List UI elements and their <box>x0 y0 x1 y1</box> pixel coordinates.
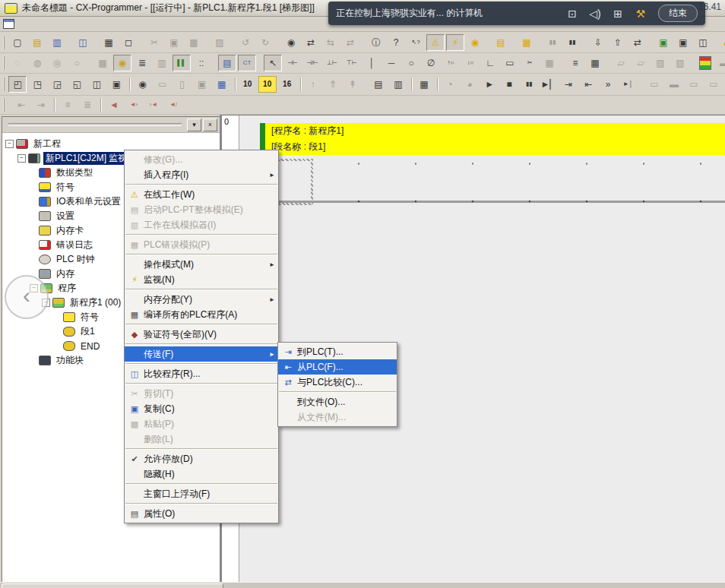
new-contact-button[interactable]: ⊣⊢ <box>283 55 302 71</box>
monitor-window-button[interactable]: ▬ <box>720 34 725 51</box>
ctx-start-plc-pt-simulation[interactable]: ▤ 启动PLC-PT整体模拟(E) <box>125 202 278 217</box>
menu-window[interactable] <box>115 23 127 26</box>
ctx-hide[interactable]: 隐藏(H) <box>125 466 278 482</box>
zoom-out-button[interactable]: ◍ <box>28 55 46 71</box>
horizontal-scrollbar[interactable] <box>0 582 725 588</box>
sidebar-collapse-handle[interactable]: ‹ <box>5 275 49 319</box>
watch-2-button[interactable]: ▱ <box>632 55 650 71</box>
new-vertical-button[interactable]: │ <box>362 55 381 71</box>
sim-step-out-button[interactable]: ⇤ <box>579 76 597 93</box>
simulator-transfer-button[interactable]: ▥ <box>389 76 407 93</box>
show-rungs-as-ladder-button[interactable]: ▌▌ <box>173 55 191 71</box>
help-button[interactable]: ? <box>387 34 405 51</box>
upload-from-plc-button[interactable]: ⇧ <box>609 34 627 51</box>
show-data-trace-button[interactable]: ▤ <box>218 55 236 71</box>
show-io-comment-button[interactable]: CT <box>238 55 256 71</box>
find-button[interactable]: ◉ <box>282 34 300 51</box>
ctx-compile-all-plc-programs[interactable]: ▦ 编译所有的PLC程序(A) <box>125 307 278 322</box>
submenu-to-plc[interactable]: ⇥ 到PLC(T)... <box>278 344 397 359</box>
pause-1-button[interactable]: ▮▮ <box>543 34 562 51</box>
monitor-hex-button[interactable]: 16 <box>278 76 296 93</box>
tree-expander[interactable]: − <box>5 140 14 148</box>
compare-with-plc-toolbar-button[interactable]: ⇄ <box>628 34 647 51</box>
menu-tools[interactable] <box>103 23 115 26</box>
sim-step-run-button[interactable]: ►▏ <box>540 76 558 93</box>
submenu-compare-with-plc[interactable]: ⇄ 与PLC比较(C)... <box>278 375 397 390</box>
submenu-from-file[interactable]: 从文件(M)... <box>278 409 397 425</box>
pause-monitoring-button[interactable]: ◉ <box>466 34 484 51</box>
ctx-copy[interactable]: ▣ 复制(C) <box>125 401 278 416</box>
download-to-plc-button[interactable]: ⇩ <box>589 34 607 51</box>
watch-1-button[interactable]: ▱ <box>612 55 630 71</box>
end-session-button[interactable]: 结束 <box>658 5 698 22</box>
panel-close-button[interactable]: × <box>203 119 217 131</box>
speaker-icon[interactable]: ◁) <box>584 8 606 20</box>
show-rung-comments-button[interactable]: ◉ <box>113 55 131 71</box>
align-list-2-button[interactable]: ≣ <box>78 96 97 113</box>
zoom-in-button[interactable]: ◌ <box>8 55 27 71</box>
submenu-from-plc[interactable]: ⇤ 从PLC(F)... <box>278 359 397 375</box>
watch-sheet-button[interactable]: ▭ <box>154 76 172 93</box>
menu-insert[interactable] <box>54 23 66 26</box>
show-grid-button[interactable]: ▦ <box>93 55 112 71</box>
menu-edit[interactable] <box>30 23 42 26</box>
find-window-button[interactable]: ◉ <box>134 76 152 93</box>
print-button[interactable]: ▦ <box>100 34 118 51</box>
online-status-indicator[interactable] <box>699 56 711 70</box>
cross-reference-button[interactable]: ▯ <box>173 76 192 93</box>
window-arrange-button[interactable]: ◫ <box>87 76 106 93</box>
view-panel-3-button[interactable]: ▭ <box>685 76 703 93</box>
ctx-modify[interactable]: 修改(G)... <box>125 152 278 167</box>
set-value-up2-button[interactable]: ⇑ <box>324 76 342 93</box>
ctx-paste[interactable]: ▩ 粘贴(P) <box>125 416 278 432</box>
new-closed-coil-button[interactable]: ∅ <box>422 55 440 71</box>
sim-mode-2-button[interactable]: ◕ <box>461 76 479 93</box>
work-online-toggle[interactable]: ⚠ <box>426 34 445 51</box>
search-symbol-button[interactable]: ⇄ <box>341 34 359 51</box>
open-file-button[interactable]: ▤ <box>28 34 46 51</box>
find-replace-button[interactable]: ⇆ <box>321 34 340 51</box>
monitor-decimal-button[interactable]: 10 <box>239 76 257 93</box>
sim-pause-button[interactable]: ▮▮ <box>520 76 538 93</box>
new-file-button[interactable]: ▢ <box>8 34 27 51</box>
go-next-rung-button[interactable]: ◄› <box>125 96 143 113</box>
show-monitor-in-rung-button[interactable]: ▥ <box>153 55 171 71</box>
tree-expander[interactable]: − <box>17 154 26 163</box>
force-off-button[interactable]: ▣ <box>674 34 692 51</box>
edit-rung-button[interactable]: ✂ <box>521 55 539 71</box>
cut-button[interactable]: ✂ <box>145 34 163 51</box>
zoom-fit-button[interactable]: ◎ <box>48 55 66 71</box>
ctx-work-online-simulator[interactable]: ▥ 工作在线模拟器(I) <box>125 217 278 232</box>
address-reference-button[interactable]: ▣ <box>193 76 211 93</box>
menu-plc[interactable] <box>78 23 90 26</box>
align-list-1-button[interactable]: ≡ <box>59 96 77 113</box>
new-or-closed-contact-button[interactable]: ⊤⊢ <box>343 55 361 71</box>
panel-dropdown-button[interactable]: ▾ <box>187 119 201 131</box>
scrollbar-thumb[interactable] <box>2 583 223 588</box>
online-edit-button[interactable]: ▤ <box>492 34 510 51</box>
ctx-cut[interactable]: ✂ 剪切(T) <box>125 386 278 401</box>
fullscreen-icon[interactable]: ⊡ <box>561 8 584 20</box>
copy-button[interactable]: ▣ <box>165 34 183 51</box>
paste-special-button[interactable]: ▨ <box>211 34 229 51</box>
menu-simulation[interactable] <box>90 23 103 26</box>
redo-button[interactable]: ↻ <box>256 34 274 51</box>
new-differentiated-down-coil-button[interactable]: ↓○ <box>461 55 480 71</box>
new-differentiated-coil-button[interactable]: ↑○ <box>442 55 460 71</box>
window-close-all-button[interactable]: ▣ <box>107 76 125 93</box>
menu-help[interactable] <box>127 23 139 26</box>
go-previous-jump-button[interactable]: ›◄ <box>144 96 163 113</box>
ctx-allow-docking[interactable]: ✔ 允许停放(D) <box>125 451 278 466</box>
compile-program-button[interactable]: ▦ <box>586 55 604 71</box>
show-rungs-as-list-button[interactable]: :: <box>192 55 211 71</box>
window-tile-h-button[interactable]: ◲ <box>48 76 66 93</box>
new-horizontal-button[interactable]: ─ <box>382 55 400 71</box>
plc-memory-button[interactable]: ▦ <box>540 55 559 71</box>
section-name-row[interactable]: [段名称 : 段1] <box>265 139 725 155</box>
ctx-insert-program[interactable]: 插入程序(I) ► <box>125 167 278 182</box>
new-coil-button[interactable]: ○ <box>402 55 420 71</box>
force-on-button[interactable]: ▣ <box>654 34 673 51</box>
sim-run-button[interactable]: ► <box>480 76 499 93</box>
monitor-signed-decimal-button[interactable]: 10 <box>258 76 277 93</box>
view-panel-4-button[interactable]: ▭ <box>704 76 723 93</box>
